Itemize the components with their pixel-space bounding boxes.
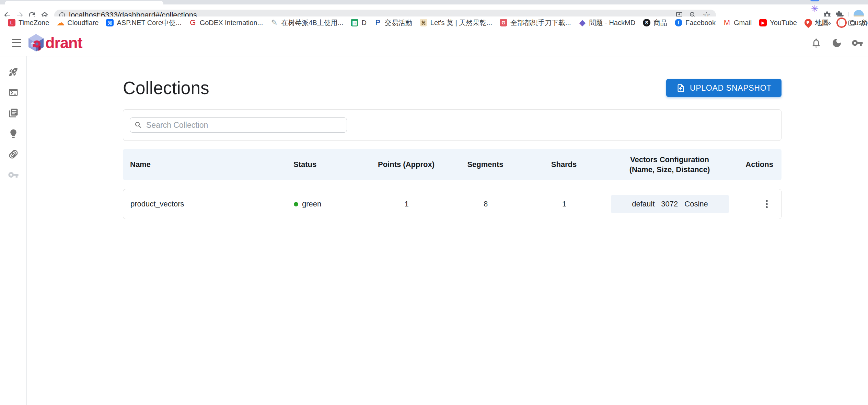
folder-icon xyxy=(848,19,855,27)
vectors-config-cell: default 3072 Cosine xyxy=(610,195,730,213)
extension-icon[interactable]: 文 xyxy=(809,0,821,3)
bookmark-favicon: f xyxy=(675,19,682,26)
bookmark-label: Gmail xyxy=(734,19,752,27)
column-header-shards: Shards xyxy=(518,160,610,169)
dark-mode-moon-icon[interactable] xyxy=(831,37,843,49)
bookmark-label: Facebook xyxy=(685,19,716,27)
search-panel xyxy=(123,109,782,141)
bookmark-item[interactable]: ▦ D xyxy=(347,16,370,29)
tab-strip xyxy=(0,0,868,4)
bookmark-label: 在树莓派4B上使用... xyxy=(281,18,343,27)
bookmark-item[interactable]: G 全部都想手刀下載... xyxy=(496,16,575,29)
bookmark-label: ASP.NET Core中使... xyxy=(117,18,181,27)
screen: localhost:6333/dashboard#/collections ☆ xyxy=(0,0,868,405)
bookmark-item[interactable]: f Facebook xyxy=(671,16,719,29)
bookmark-item[interactable]: 莫 Let's 莫 | 天然果乾... xyxy=(416,16,496,29)
bookmark-item[interactable]: G GoDEX Internation... xyxy=(185,16,267,29)
collection-name[interactable]: product_vectors xyxy=(123,200,288,209)
upload-snapshot-button[interactable]: UPLOAD SNAPSHOT xyxy=(666,79,782,97)
bookmark-favicon: P xyxy=(374,19,382,26)
bookmark-item[interactable]: ▶ YouTube xyxy=(755,16,801,29)
bookmark-favicon: S xyxy=(643,19,650,26)
bookmark-favicon: ▦ xyxy=(351,19,358,26)
active-tab[interactable] xyxy=(5,1,163,4)
search-icon xyxy=(134,121,142,129)
bookmark-favicon: G xyxy=(500,19,507,26)
table-header-row: Name Status Points (Approx) Segments Sha… xyxy=(123,149,782,180)
bookmark-label: GoDEX Internation... xyxy=(200,19,263,27)
menu-hamburger-icon[interactable] xyxy=(8,34,25,51)
bookmark-label: 全部都想手刀下載... xyxy=(510,18,571,27)
bookmark-favicon: ▶ xyxy=(759,19,767,26)
bookmark-favicon: 莫 xyxy=(420,19,427,26)
column-header-status: Status xyxy=(288,160,360,169)
bookmark-item[interactable]: ✎ 在树莓派4B上使用... xyxy=(267,16,347,29)
bookmark-favicon: M xyxy=(723,19,731,26)
app-header: drant xyxy=(0,30,868,56)
bookmark-label: YouTube xyxy=(770,19,797,27)
bookmark-item[interactable]: S 商品 xyxy=(639,16,671,29)
column-header-points: Points (Approx) xyxy=(360,160,453,169)
main-content: Collections UPLOAD SNAPSHOT Name Status … xyxy=(27,56,868,405)
vector-distance: Cosine xyxy=(684,200,708,209)
column-header-name: Name xyxy=(123,160,288,169)
bookmark-label: Let's 莫 | 天然果乾... xyxy=(430,18,492,27)
sidebar-item-datasets[interactable] xyxy=(5,146,22,162)
status-label: green xyxy=(302,200,321,209)
sidebar-item-apikey[interactable] xyxy=(5,167,22,183)
sidebar-item-console[interactable] xyxy=(5,84,22,101)
api-key-icon[interactable] xyxy=(852,37,863,49)
upload-file-icon xyxy=(676,83,685,93)
qdrant-logo[interactable]: drant xyxy=(28,30,82,56)
collection-status: green xyxy=(288,200,360,209)
bookmark-favicon xyxy=(803,17,813,28)
status-dot-green xyxy=(294,202,298,206)
bookmark-label: 問題 - HackMD xyxy=(589,18,635,27)
collection-segments: 8 xyxy=(453,200,518,209)
all-bookmarks-label[interactable]: 所有書籤 xyxy=(861,18,868,27)
vector-size: 3072 xyxy=(661,200,678,209)
bookmark-favicon: L xyxy=(8,19,15,26)
collection-points: 1 xyxy=(360,200,453,209)
bookmarks-bar: L TimeZone ☁ Cloudflare 知 ASP.NET Core中使… xyxy=(0,16,868,29)
vectors-config-chip: default 3072 Cosine xyxy=(611,195,729,213)
brand-text: drant xyxy=(45,34,82,52)
bookmark-label: D xyxy=(361,19,366,27)
page-title: Collections xyxy=(123,78,209,98)
collection-row[interactable]: product_vectors green 1 8 1 default 3072… xyxy=(123,189,782,219)
column-header-actions: Actions xyxy=(729,160,782,169)
bookmark-item[interactable]: ☁ Cloudflare xyxy=(53,16,102,29)
sidebar-item-tutorial[interactable] xyxy=(5,125,22,142)
bookmark-item[interactable]: P 交易活動 xyxy=(370,16,416,29)
extension-icon[interactable]: ✳ xyxy=(809,3,821,15)
bookmark-item[interactable]: ◆ 問題 - HackMD xyxy=(575,16,639,29)
column-header-segments: Segments xyxy=(453,160,518,169)
bookmark-favicon: 知 xyxy=(106,19,114,26)
sidebar xyxy=(0,56,27,405)
bookmark-item[interactable]: 知 ASP.NET Core中使... xyxy=(102,16,185,29)
notifications-bell-icon[interactable] xyxy=(810,37,822,49)
vector-name: default xyxy=(632,200,655,209)
more-vert-icon[interactable] xyxy=(761,198,773,210)
bookmarks-divider xyxy=(839,20,840,26)
bookmark-item[interactable]: M Gmail xyxy=(719,16,755,29)
bookmark-favicon: ✎ xyxy=(270,19,278,26)
qdrant-cube-icon xyxy=(28,34,44,52)
bookmark-favicon: G xyxy=(189,19,197,26)
column-header-vectors: Vectors Configuration (Name, Size, Dista… xyxy=(610,155,729,175)
search-collection-input[interactable] xyxy=(130,117,347,133)
sidebar-item-welcome[interactable] xyxy=(5,64,22,80)
bookmark-favicon: ◆ xyxy=(579,19,586,26)
bookmark-item[interactable]: L TimeZone xyxy=(4,16,53,29)
bookmark-favicon: ☁ xyxy=(57,19,64,26)
sidebar-item-collections[interactable] xyxy=(5,105,22,121)
row-actions-cell xyxy=(730,198,782,210)
bookmark-label: 交易活動 xyxy=(385,18,412,27)
collection-shards: 1 xyxy=(518,200,610,209)
bookmarks-overflow-chevron[interactable]: » xyxy=(826,18,831,28)
browser-toolbar: localhost:6333/dashboard#/collections ☆ xyxy=(0,4,868,16)
bookmark-label: TimeZone xyxy=(19,19,49,27)
bookmark-label: Cloudflare xyxy=(67,19,99,27)
bookmark-label: 商品 xyxy=(653,18,667,27)
